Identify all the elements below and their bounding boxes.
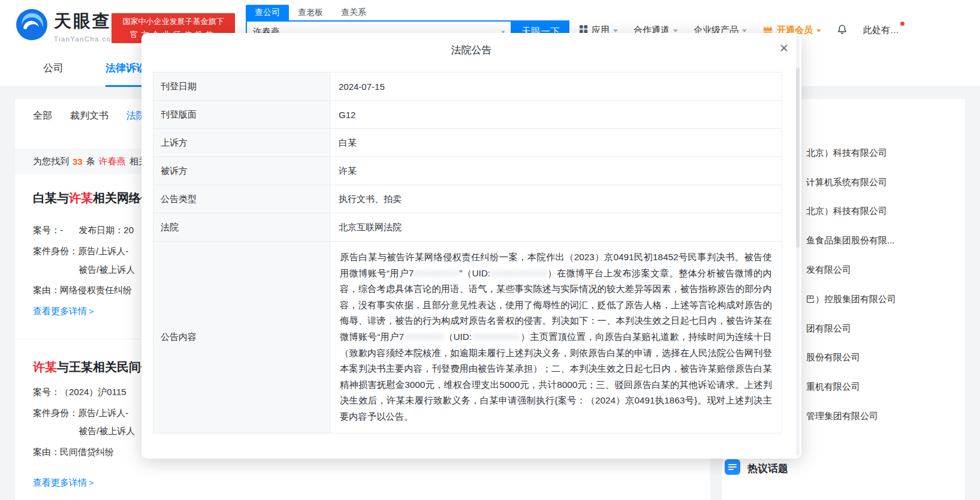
chat-icon: [725, 459, 740, 477]
logo-title: 天眼查: [54, 10, 117, 34]
case-identity: 案件身份：原告/上诉人-: [33, 246, 128, 257]
result-unit: 条: [86, 156, 95, 167]
row-value: 白某: [330, 129, 782, 157]
case-cause: 案由：网络侵权责任纠纷: [33, 285, 132, 296]
case-meta-line: 案号：- 发布日期：20: [33, 225, 134, 236]
table-row: 被诉方 许某: [153, 157, 782, 185]
nav-more-notice[interactable]: 此处有…: [863, 25, 899, 36]
table-row: 公告内容 原告白某与被告许某网络侵权责任纠纷一案，本院作出（2023）京0491…: [153, 242, 782, 433]
badge-line1: 国家中小企业发展子基金旗下: [123, 16, 224, 27]
chevron-down-icon: [613, 29, 618, 32]
row-label: 刊登版面: [153, 101, 330, 129]
case-identity: 案件身份：原告/上诉人-: [33, 408, 128, 419]
table-row: 刊登版面 G12: [153, 101, 782, 129]
announcement-content: 原告白某与被告许某网络侵权责任纠纷一案，本院作出（2023）京0491民初184…: [330, 242, 782, 433]
nav-more-label: 此处有…: [863, 25, 899, 36]
hot-topics-section[interactable]: 热议话题: [725, 459, 788, 477]
modal-scrollbar-thumb[interactable]: [796, 68, 800, 248]
row-value: 2024-07-15: [330, 73, 782, 101]
court-announcement-modal: 法院公告 ✕ 刊登日期 2024-07-15 刊登版面 G12 上诉方 白某 被…: [141, 33, 801, 459]
view-more-link[interactable]: 查看更多详情＞: [33, 477, 96, 489]
search-tab-boss[interactable]: 查老板: [289, 5, 332, 20]
logo-subtitle: TianYanCha.com: [54, 35, 117, 43]
table-row: 公告类型 执行文书、拍卖: [153, 185, 782, 213]
case-cause: 案由：民间借贷纠纷: [33, 447, 114, 458]
content-label: 公告内容: [153, 242, 330, 433]
chevron-down-icon: [673, 29, 678, 32]
row-label: 被诉方: [153, 157, 330, 185]
logo-icon: [16, 8, 48, 43]
notification-dot: [900, 22, 904, 26]
case-number: 案号：-: [33, 225, 63, 235]
row-label: 法院: [153, 213, 330, 242]
result-keyword: 许春燕: [99, 156, 126, 167]
view-more-link[interactable]: 查看更多详情＞: [33, 306, 96, 317]
announcement-detail-table: 刊登日期 2024-07-15 刊登版面 G12 上诉方 白某 被诉方 许某 公…: [153, 72, 782, 433]
tab-lawsuit[interactable]: 法律诉讼: [105, 51, 146, 87]
notification-bell[interactable]: [837, 23, 848, 37]
redacted-text: /00000000: [472, 332, 520, 342]
case-title-highlight: 许某: [33, 360, 57, 374]
case-identity-2: 被告/被上诉人: [79, 426, 135, 437]
search-tabs: 查公司 查老板 查关系: [246, 5, 569, 20]
case-publish-date: 发布日期：20: [79, 225, 134, 235]
row-value: 北京互联网法院: [330, 213, 782, 242]
row-label: 上诉方: [153, 129, 330, 157]
case-number: 案号：（2024）沪0115: [33, 387, 126, 398]
case-identity-2: 被告/被上诉人: [79, 264, 135, 276]
tianyancha-logo[interactable]: 天眼查 TianYanCha.com: [16, 8, 117, 43]
row-value: G12: [330, 101, 782, 129]
table-row: 法院 北京互联网法院: [153, 213, 782, 242]
subtab-all[interactable]: 全部: [33, 110, 52, 122]
close-icon[interactable]: ✕: [775, 39, 793, 57]
chevron-down-icon: [816, 29, 821, 32]
case-title-part: 白某与: [33, 191, 69, 204]
tab-company[interactable]: 公司: [43, 51, 64, 87]
hot-topics-title: 热议话题: [747, 462, 788, 475]
row-label: 刊登日期: [153, 73, 330, 101]
content-text: ）在微博平台上发布涉案文章。整体分析被告微博的内容，综合考虑具体言论的用语、语气…: [340, 268, 772, 342]
content-text: （UID:: [444, 332, 472, 342]
result-count: 33: [73, 156, 83, 167]
redacted-text: 00000000: [414, 268, 459, 278]
search-tab-relation[interactable]: 查关系: [332, 5, 375, 20]
subtab-judgments[interactable]: 裁判文书: [70, 110, 108, 122]
bell-icon: [837, 23, 848, 37]
row-value: 许某: [330, 157, 782, 185]
table-row: 上诉方 白某: [153, 129, 782, 157]
row-label: 公告类型: [153, 185, 330, 213]
redacted-text: 0000000: [404, 332, 444, 342]
case-title-highlight: 许某: [69, 191, 93, 204]
redacted-text: 0000000000: [490, 268, 547, 278]
content-text: ）主页置顶位置，向原告白某赔礼道歉，持续时间为连续十日（致歉内容须经本院核准，如…: [340, 332, 772, 421]
chevron-down-icon: [742, 29, 747, 32]
table-row: 刊登日期 2024-07-15: [153, 73, 782, 101]
search-tab-company[interactable]: 查公司: [246, 5, 289, 20]
result-prefix: 为您找到: [33, 156, 69, 167]
row-value: 执行文书、拍卖: [330, 185, 782, 213]
modal-title: 法院公告: [141, 43, 801, 57]
content-text: ”（UID:: [459, 268, 490, 278]
